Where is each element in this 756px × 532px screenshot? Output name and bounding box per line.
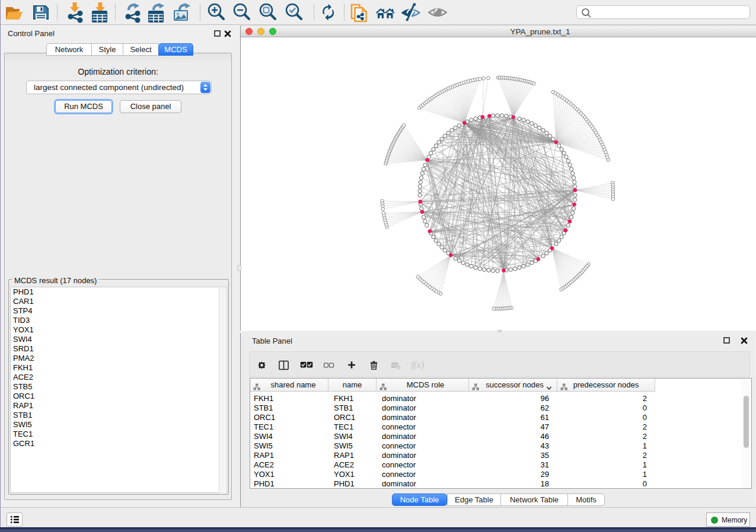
svg-text:f(x): f(x) [411, 360, 424, 370]
